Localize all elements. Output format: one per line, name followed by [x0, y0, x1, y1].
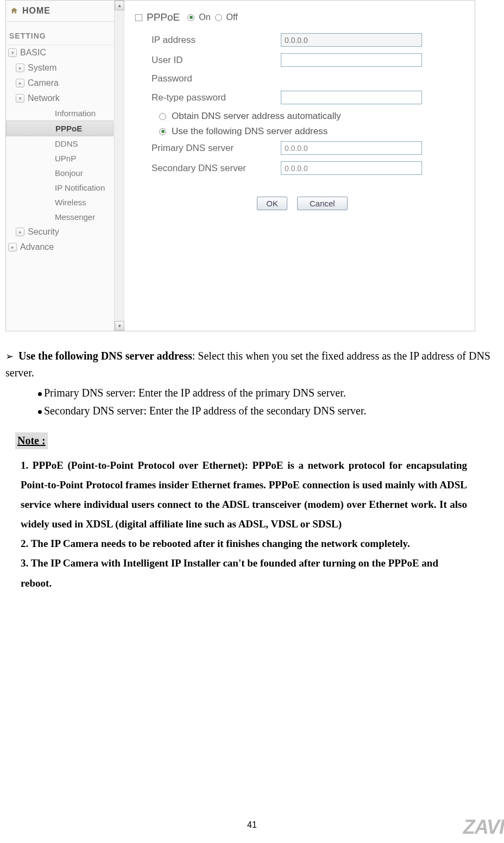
- secondary-dns-label: Secondary DNS server: [135, 163, 276, 174]
- sidebar-item-wireless[interactable]: Wireless: [6, 195, 115, 210]
- label-bonjour: Bonjour: [55, 168, 83, 178]
- sidebar-basic-label: BASIC: [20, 48, 46, 58]
- sidebar-item-pppoe[interactable]: PPPoE: [6, 121, 114, 136]
- secondary-dns-text: Secondary DNS server: Enter the IP addre…: [44, 405, 367, 417]
- pppoe-checkbox[interactable]: [135, 14, 142, 21]
- label-messenger: Messenger: [55, 212, 95, 222]
- primary-dns-input[interactable]: [281, 141, 422, 155]
- sidebar-section-setting: SETTING: [6, 22, 115, 45]
- sidebar-item-system[interactable]: ▸ System: [6, 60, 115, 76]
- pppoe-label: PPPoE: [147, 11, 180, 23]
- sidebar-scrollbar[interactable]: ▴ ▾: [114, 1, 124, 331]
- chevron-down-icon: ▾: [8, 48, 17, 57]
- primary-dns-label: Primary DNS server: [135, 143, 276, 154]
- pppoe-on-label: On: [199, 12, 210, 22]
- sidebar-item-network[interactable]: ▾ Network: [6, 91, 115, 106]
- label-information: Information: [55, 109, 96, 118]
- password-row: Password: [135, 73, 469, 84]
- secondary-dns-input[interactable]: [281, 161, 422, 175]
- chevron-down-icon: ▾: [16, 94, 24, 103]
- note-label: Note :: [15, 432, 48, 449]
- retype-password-row: Re-type password: [135, 91, 469, 104]
- bullet-icon: [38, 410, 42, 414]
- note-3: 3. The IP Camera with Intelligent IP Ins…: [5, 553, 494, 593]
- sidebar-camera-label: Camera: [28, 78, 59, 88]
- document-text: ➢ Use the following DNS server address: …: [0, 348, 504, 593]
- note-1: 1. PPPoE (Point-to-Point Protocol over E…: [5, 456, 494, 534]
- cancel-button[interactable]: Cancel: [297, 197, 348, 210]
- settings-panel: HOME SETTING ▾ BASIC ▸ System ▸ Camera ▾…: [5, 0, 475, 331]
- pppoe-on-radio[interactable]: [187, 14, 194, 21]
- dns-manual-row[interactable]: Use the following DNS server address: [135, 126, 469, 137]
- sidebar-inner: HOME SETTING ▾ BASIC ▸ System ▸ Camera ▾…: [6, 1, 115, 255]
- sidebar-home[interactable]: HOME: [6, 2, 115, 22]
- retype-password-input[interactable]: [281, 91, 422, 104]
- sidebar-network-label: Network: [28, 93, 60, 103]
- chevron-right-icon: ▸: [16, 64, 24, 72]
- ip-address-row: IP address: [135, 33, 469, 47]
- label-ddns: DDNS: [55, 139, 78, 148]
- chevron-right-icon: ▸: [16, 228, 24, 236]
- dns-auto-label: Obtain DNS server address automatically: [172, 111, 341, 122]
- content-pane: PPPoE On Off IP address User ID Password…: [124, 1, 475, 331]
- ok-button[interactable]: OK: [257, 197, 287, 210]
- sidebar-item-security[interactable]: ▸ Security: [6, 224, 115, 240]
- primary-dns-text: Primary DNS server: Enter the IP address…: [44, 387, 346, 399]
- pppoe-off-label: Off: [226, 12, 238, 22]
- sidebar-system-label: System: [28, 63, 56, 73]
- button-row: OK Cancel: [135, 197, 469, 210]
- sidebar-security-label: Security: [28, 227, 59, 237]
- label-ipnotif: IP Notification: [55, 183, 105, 192]
- sidebar-item-messenger[interactable]: Messenger: [6, 210, 115, 224]
- label-wireless: Wireless: [55, 198, 86, 207]
- dns-heading-bold: Use the following DNS server address: [18, 350, 192, 362]
- secondary-dns-row: Secondary DNS server: [135, 161, 469, 175]
- retype-password-label: Re-type password: [135, 92, 276, 103]
- dns-manual-label: Use the following DNS server address: [172, 126, 327, 137]
- ip-address-label: IP address: [135, 35, 276, 46]
- home-icon: [9, 7, 19, 15]
- sidebar-item-information[interactable]: Information: [6, 106, 115, 121]
- sidebar-item-ipnotification[interactable]: IP Notification: [6, 180, 115, 195]
- user-id-label: User ID: [135, 55, 276, 66]
- chevron-right-icon: ▸: [8, 243, 17, 251]
- label-pppoe: PPPoE: [55, 124, 82, 133]
- primary-dns-row: Primary DNS server: [135, 141, 469, 155]
- primary-dns-bullet: Primary DNS server: Enter the IP address…: [5, 385, 494, 401]
- scroll-down-icon[interactable]: ▾: [115, 321, 124, 331]
- bullet-icon: [38, 392, 42, 396]
- sidebar-item-basic[interactable]: ▾ BASIC: [6, 45, 115, 60]
- dns-auto-row[interactable]: Obtain DNS server address automatically: [135, 111, 469, 122]
- user-id-row: User ID: [135, 53, 469, 67]
- scroll-up-icon[interactable]: ▴: [115, 1, 124, 10]
- label-upnp: UPnP: [55, 154, 76, 163]
- secondary-dns-bullet: Secondary DNS server: Enter the IP addre…: [5, 402, 494, 419]
- user-id-input[interactable]: [281, 53, 422, 67]
- dns-auto-radio[interactable]: [159, 113, 166, 120]
- sidebar-advance-label: Advance: [20, 242, 54, 252]
- sidebar-item-bonjour[interactable]: Bonjour: [6, 166, 115, 180]
- chevron-right-icon: ▸: [16, 79, 24, 87]
- password-label: Password: [135, 73, 276, 84]
- pppoe-off-radio[interactable]: [215, 14, 222, 21]
- arrow-bullet-icon: ➢: [5, 351, 14, 362]
- dns-manual-radio[interactable]: [159, 128, 166, 135]
- sidebar-item-advance[interactable]: ▸ Advance: [6, 240, 115, 255]
- brand-logo: ZAVI: [463, 816, 504, 839]
- ip-address-input[interactable]: [281, 33, 422, 47]
- sidebar: HOME SETTING ▾ BASIC ▸ System ▸ Camera ▾…: [6, 1, 124, 331]
- sidebar-item-ddns[interactable]: DDNS: [6, 136, 115, 151]
- note-2: 2. The IP Camera needs to be rebooted af…: [5, 534, 494, 553]
- sidebar-home-label: HOME: [22, 6, 51, 16]
- dns-heading-paragraph: ➢ Use the following DNS server address: …: [5, 348, 494, 381]
- sidebar-item-upnp[interactable]: UPnP: [6, 151, 115, 166]
- page-number: 41: [0, 820, 504, 830]
- pppoe-toggle-row: PPPoE On Off: [135, 11, 469, 23]
- sidebar-item-camera[interactable]: ▸ Camera: [6, 76, 115, 91]
